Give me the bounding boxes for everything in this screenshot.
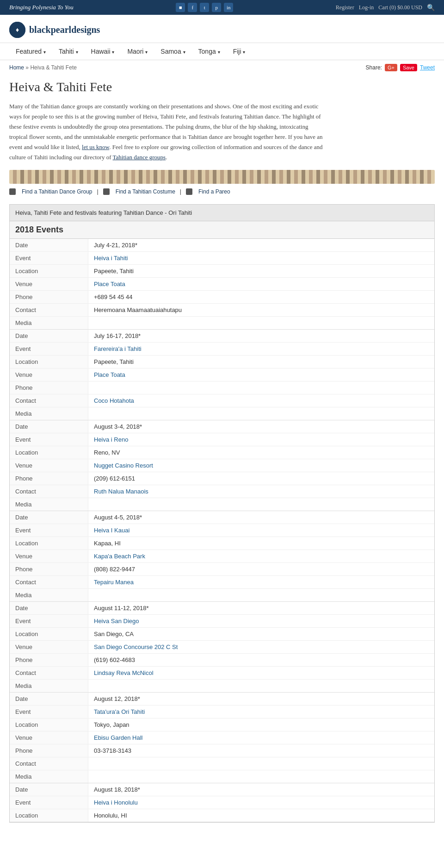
event-row-venue: Venue Kapa'a Beach Park <box>10 550 434 563</box>
date-value: August 3-4, 2018* <box>88 420 434 433</box>
venue-link[interactable]: Place Toata <box>94 281 125 287</box>
nav-link-tonga[interactable]: Tonga ▾ <box>192 43 227 60</box>
nav-item-tonga[interactable]: Tonga ▾ <box>192 43 227 60</box>
facebook-icon[interactable]: f <box>188 3 197 12</box>
media-value <box>88 317 434 329</box>
event-row-location: Location Honolulu, HI <box>10 809 434 822</box>
event-row-event: Event Heiva San Diego <box>10 615 434 628</box>
contact-link[interactable]: Coco Hotahota <box>94 397 134 404</box>
nav-link-tahiti[interactable]: Tahiti ▾ <box>52 43 85 60</box>
event-row-location: Location San Diego, CA <box>10 628 434 641</box>
google-plus-share[interactable]: G+ <box>385 64 397 71</box>
event-link[interactable]: Farereira'a i Tahiti <box>94 345 142 352</box>
contact-link[interactable]: Tepairu Manea <box>94 579 134 586</box>
venue-link[interactable]: San Diego Concourse 202 C St <box>94 643 178 650</box>
chevron-down-icon: ▾ <box>145 50 148 55</box>
find-pareo-link[interactable]: Find a Pareo <box>198 188 230 195</box>
phone-label: Phone <box>10 744 88 757</box>
event-row-event: Event Heiva i Reno <box>10 433 434 446</box>
event-row-phone: Phone 03-3718-3143 <box>10 744 434 757</box>
phone-label: Phone <box>10 472 88 485</box>
nav-link-featured[interactable]: Featured ▾ <box>9 43 52 60</box>
intro-paragraph: Many of the Tahitian dance groups are co… <box>9 101 324 163</box>
event-link[interactable]: Heiva San Diego <box>94 618 139 624</box>
pinterest-save[interactable]: Save <box>400 64 417 71</box>
event-value: Heiva I Kauai <box>88 524 434 537</box>
event-label: Event <box>10 615 88 627</box>
media-label: Media <box>10 589 88 601</box>
breadcrumb-home[interactable]: Home <box>9 64 24 71</box>
tahitian-dance-groups-link[interactable]: Tahitian dance groups <box>113 154 166 161</box>
event-row-location: Location Kapaa, HI <box>10 537 434 550</box>
register-link[interactable]: Register <box>336 4 354 11</box>
find-dance-group-link[interactable]: Find a Tahitian Dance Group <box>22 188 92 195</box>
event-link[interactable]: Heiva i Reno <box>94 436 128 443</box>
cart-link[interactable]: Cart (0) $0.00 USD <box>378 4 422 11</box>
phone-value <box>88 381 434 394</box>
date-label: Date <box>10 330 88 342</box>
event-label: Event <box>10 706 88 718</box>
contact-label: Contact <box>10 485 88 498</box>
date-label: Date <box>10 420 88 433</box>
event-link[interactable]: Tata'ura'a Ori Tahiti <box>94 708 145 715</box>
quick-links: Find a Tahitian Dance Group | Find a Tah… <box>9 188 435 195</box>
twitter-tweet[interactable]: Tweet <box>420 64 435 71</box>
phone-value: (808) 822-9447 <box>88 563 434 575</box>
nav-link-samoa[interactable]: Samoa ▾ <box>154 43 191 60</box>
media-label: Media <box>10 498 88 511</box>
venue-link[interactable]: Ebisu Garden Hall <box>94 734 143 741</box>
nav-link-fiji[interactable]: Fiji ▾ <box>227 43 252 60</box>
media-value <box>88 407 434 420</box>
event-row-media: Media <box>10 407 434 420</box>
venue-value: Kapa'a Beach Park <box>88 550 434 562</box>
contact-link[interactable]: Ruth Nalua Manaois <box>94 488 148 495</box>
nav-link-maori[interactable]: Maori ▾ <box>121 43 154 60</box>
event-link[interactable]: Heiva i Tahiti <box>94 255 128 262</box>
account-links: Register Log-in Cart (0) $0.00 USD 🔍 <box>336 4 435 12</box>
site-tagline: Bringing Polynesia To You <box>9 4 74 11</box>
event-link[interactable]: Heiva i Honolulu <box>94 799 138 806</box>
media-value <box>88 589 434 601</box>
contact-label: Contact <box>10 304 88 316</box>
rss-icon[interactable]: ■ <box>176 3 185 12</box>
venue-link[interactable]: Kapa'a Beach Park <box>94 553 145 560</box>
venue-label: Venue <box>10 550 88 562</box>
nav-item-hawaii[interactable]: Hawaii ▾ <box>85 43 121 60</box>
search-icon[interactable]: 🔍 <box>427 4 435 12</box>
location-value: Kapaa, HI <box>88 537 434 550</box>
let-us-know-link[interactable]: let us know <box>82 144 109 150</box>
login-link[interactable]: Log-in <box>359 4 374 11</box>
date-label: Date <box>10 511 88 524</box>
event-block-5: Date August 11-12, 2018* Event Heiva San… <box>10 602 434 693</box>
event-row-venue: Venue Ebisu Garden Hall <box>10 731 434 744</box>
events-table-header: Heiva, Tahiti Fete and festivals featuri… <box>10 205 434 221</box>
venue-link[interactable]: Nugget Casino Resort <box>94 462 153 469</box>
twitter-icon[interactable]: t <box>200 3 209 12</box>
contact-label: Contact <box>10 576 88 588</box>
location-label: Location <box>10 809 88 822</box>
logo[interactable]: ♦ blackpearldesigns <box>9 22 435 38</box>
nav-item-fiji[interactable]: Fiji ▾ <box>227 43 252 60</box>
event-block-3: Date August 3-4, 2018* Event Heiva i Ren… <box>10 420 434 511</box>
nav-link-hawaii[interactable]: Hawaii ▾ <box>85 43 121 60</box>
nav-item-samoa[interactable]: Samoa ▾ <box>154 43 191 60</box>
date-label: Date <box>10 783 88 796</box>
location-label: Location <box>10 537 88 550</box>
find-costume-link[interactable]: Find a Tahitian Costume <box>116 188 175 195</box>
phone-value: 03-3718-3143 <box>88 744 434 757</box>
contact-link[interactable]: Lindsay Reva McNicol <box>94 669 154 676</box>
pinterest-icon[interactable]: p <box>212 3 221 12</box>
event-link[interactable]: Heiva I Kauai <box>94 527 130 534</box>
nav-item-featured[interactable]: Featured ▾ <box>9 43 52 60</box>
event-row-media: Media <box>10 498 434 511</box>
nav-item-tahiti[interactable]: Tahiti ▾ <box>52 43 85 60</box>
event-row-contact: Contact Coco Hotahota <box>10 394 434 407</box>
contact-value: Heremoana Maamaatuaiahutapu <box>88 304 434 316</box>
instagram-icon[interactable]: in <box>224 3 233 12</box>
nav-item-maori[interactable]: Maori ▾ <box>121 43 154 60</box>
venue-link[interactable]: Place Toata <box>94 371 125 378</box>
main-navigation: Featured ▾ Tahiti ▾ Hawaii ▾ Maori ▾ <box>0 43 444 60</box>
event-row-media: Media <box>10 317 434 329</box>
event-label: Event <box>10 433 88 446</box>
event-block-4: Date August 4-5, 2018* Event Heiva I Kau… <box>10 511 434 602</box>
